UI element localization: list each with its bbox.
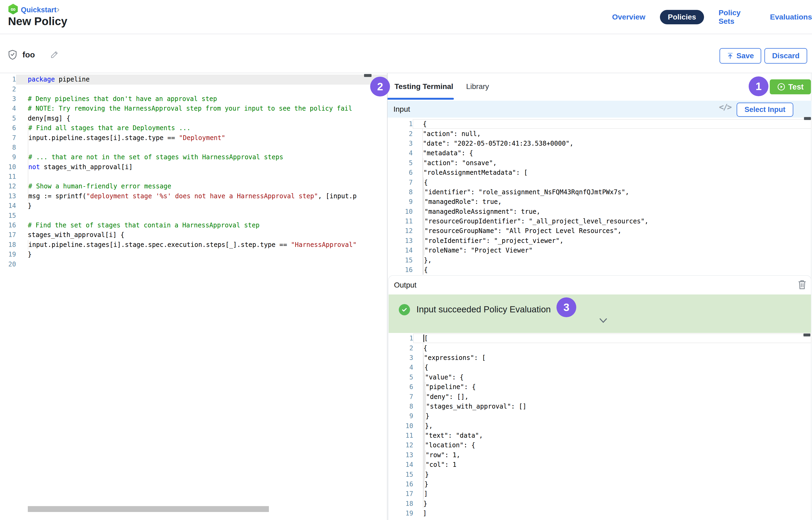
tab-overview[interactable]: Overview	[612, 13, 645, 21]
top-nav-tabs: Overview Policies Policy Sets Evaluation…	[612, 9, 812, 25]
code-line: 5deny[msg] {	[0, 113, 387, 123]
line-number: 19	[389, 510, 413, 517]
line-number: 8	[387, 188, 413, 196]
line-number: 1	[0, 76, 16, 83]
line-number: 19	[0, 251, 16, 258]
horizontal-scrollbar-thumb[interactable]	[28, 506, 269, 512]
line-number: 14	[387, 246, 413, 254]
code-line: 15 }	[389, 469, 811, 479]
line-number: 11	[0, 173, 16, 180]
input-editor-scroll-marker[interactable]	[804, 117, 811, 120]
line-number: 7	[0, 134, 16, 141]
banner-message: Input succeeded Policy Evaluation	[416, 304, 551, 314]
line-number: 18	[0, 241, 16, 249]
input-json-editor[interactable]: 1{2 "action": null,3 "date": "2022-05-05…	[387, 119, 811, 275]
line-number: 7	[389, 393, 413, 400]
line-number: 16	[0, 222, 16, 229]
rego-policy-editor[interactable]: 1package pipeline23# Deny pipelines that…	[0, 75, 387, 499]
code-line: 14}	[0, 201, 387, 211]
code-line: 16 }	[389, 479, 811, 489]
line-number: 14	[389, 461, 413, 468]
line-number: 16	[389, 480, 413, 488]
code-line: 11 "resourceGroupIdentifier": "_all_proj…	[387, 216, 811, 226]
output-editor-scroll-marker[interactable]	[804, 334, 810, 336]
input-section-header: Input </> Select Input	[387, 101, 811, 118]
trash-icon[interactable]	[797, 280, 807, 290]
line-number: 9	[0, 153, 16, 161]
line-number: 10	[0, 163, 16, 171]
tab-testing-terminal[interactable]: Testing Terminal	[395, 82, 453, 91]
code-line: 8 "stages_with_approval": []	[389, 401, 811, 411]
main-top-divider	[0, 73, 812, 73]
code-line: 9 }	[389, 411, 811, 421]
code-line: 19]	[389, 509, 811, 518]
line-number: 3	[0, 95, 16, 103]
discard-button[interactable]: Discard	[764, 48, 807, 63]
code-line: 4 "metadata": {	[387, 148, 811, 158]
code-line: 6 # Find all stages that are Deployments…	[0, 123, 387, 133]
line-number: 6	[0, 124, 16, 132]
tab-policies[interactable]: Policies	[660, 10, 704, 24]
line-number: 4	[0, 105, 16, 112]
code-line: 8	[0, 143, 387, 152]
code-line: 13 "row": 1,	[389, 450, 811, 460]
success-check-icon	[399, 304, 410, 315]
policy-editor-scroll-marker[interactable]	[364, 74, 372, 77]
select-input-button[interactable]: Select Input	[737, 103, 793, 117]
line-number: 4	[387, 149, 413, 157]
page-title: New Policy	[8, 15, 67, 28]
breadcrumb-project-link[interactable]: Quickstart	[21, 6, 57, 14]
code-line: 11	[0, 172, 387, 181]
code-line: 7 {	[387, 177, 811, 187]
line-number: 15	[0, 212, 16, 219]
line-number: 12	[387, 227, 413, 235]
chevron-down-icon[interactable]	[598, 317, 609, 324]
edit-pencil-icon[interactable]	[50, 51, 58, 59]
output-label: Output	[394, 281, 416, 289]
line-number: 9	[389, 412, 413, 420]
line-number: 9	[387, 198, 413, 206]
code-line: 12 "resourceGroupName": "All Project Lev…	[387, 226, 811, 236]
input-label: Input	[394, 105, 410, 113]
harness-logo: ∞	[8, 4, 18, 15]
line-number: 2	[389, 344, 413, 352]
output-json-editor[interactable]: 1[2 {3 "expressions": [4 {5 "value": {6 …	[389, 334, 811, 519]
tab-library[interactable]: Library	[466, 82, 489, 91]
code-line: 2 {	[389, 343, 811, 353]
code-line: 17stages_with_approval[i] {	[0, 230, 387, 240]
discard-label: Discard	[772, 52, 800, 60]
policy-name-row: foo	[8, 50, 58, 60]
code-line: 18 input.pipeline.stages[i].stage.spec.e…	[0, 240, 387, 250]
code-line: 7 "deny": [],	[389, 392, 811, 401]
code-line: 10 "managedRoleAssignment": true,	[387, 207, 811, 216]
tab-evaluations[interactable]: Evaluations	[770, 13, 812, 21]
code-line: 6 "pipeline": {	[389, 382, 811, 392]
code-line: 5 "action": "onsave",	[387, 158, 811, 168]
annotation-badge-2: 2	[370, 77, 390, 97]
code-line: 4# NOTE: Try removing the HarnessApprova…	[0, 104, 387, 113]
save-button[interactable]: Save	[719, 48, 761, 63]
shield-check-icon	[8, 50, 17, 60]
code-line: 1[	[389, 334, 811, 343]
evaluation-success-banner[interactable]: Input succeeded Policy Evaluation	[389, 294, 811, 333]
code-brackets-icon[interactable]: </>	[719, 102, 731, 112]
code-line: 3 "date": "2022-05-05T20:41:23.538+0000"…	[387, 139, 811, 148]
line-number: 16	[387, 266, 413, 274]
line-number: 6	[389, 383, 413, 391]
code-line: 18 }	[389, 499, 811, 509]
test-button[interactable]: Test	[770, 79, 811, 94]
header-divider	[0, 34, 812, 34]
tab-policy-sets[interactable]: Policy Sets	[718, 8, 755, 26]
upload-icon	[727, 52, 734, 59]
line-number: 8	[389, 403, 413, 410]
code-line: 5 "value": {	[389, 372, 811, 382]
code-line: 17 ]	[389, 489, 811, 499]
code-line: 14 "col": 1	[389, 460, 811, 469]
line-number: 18	[389, 500, 413, 508]
line-number: 3	[387, 140, 413, 147]
line-number: 5	[0, 114, 16, 122]
line-number: 14	[0, 202, 16, 209]
line-number: 2	[387, 130, 413, 138]
code-line: 15 },	[387, 255, 811, 265]
code-line: 4 {	[389, 363, 811, 372]
